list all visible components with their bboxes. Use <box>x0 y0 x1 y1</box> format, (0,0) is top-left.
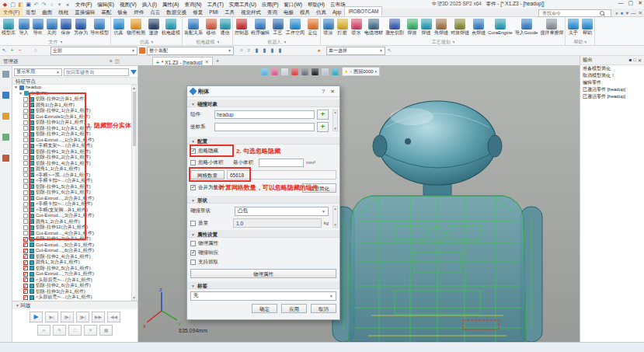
group-launcher-icon[interactable] <box>284 41 286 44</box>
panel-control-icon[interactable]: ◫ <box>115 58 120 64</box>
tree-view-filter-dropdown[interactable]: 显示常用▼ <box>14 68 62 76</box>
ok-button[interactable]: 确定 <box>252 304 277 313</box>
tree-item[interactable]: Cut-Extrude1(合并1_组件) <box>12 114 132 120</box>
ribbon-tab[interactable]: 模具 <box>297 8 313 16</box>
selection-tool-icon[interactable]: ○ <box>33 47 38 54</box>
menu-item[interactable]: 文件(F) <box>73 1 94 9</box>
ribbon-tab[interactable]: 线框 <box>55 8 71 16</box>
tree-item[interactable]: 切除-拉伸2_4(合并1_组件) <box>12 254 132 260</box>
tree-item-checkbox[interactable] <box>23 161 28 166</box>
titlebar-right-icon[interactable]: ● <box>621 9 624 16</box>
tree-item-checkbox[interactable] <box>23 173 28 177</box>
tree-item-checkbox[interactable] <box>23 249 28 253</box>
playback-tool-button[interactable]: ∞ <box>37 325 50 336</box>
tree-item[interactable]: 圆角1_3(合并1_组件) <box>12 260 132 266</box>
titlebar-right-icon[interactable]: ✕ <box>639 9 642 16</box>
refresh-filter-icon[interactable] <box>139 47 145 54</box>
menu-item[interactable]: 属性(A) <box>160 1 182 9</box>
quick-access-icon[interactable]: ▣ <box>25 1 32 8</box>
ribbon-tab[interactable]: iROBOTCAM <box>344 6 382 16</box>
layer-on-bulb-icon[interactable]: ● <box>345 69 348 74</box>
panel-control-icon[interactable]: ≡ <box>110 58 113 64</box>
tree-item-checkbox[interactable] <box>23 138 28 142</box>
viewport-tool-icon[interactable] <box>291 68 298 75</box>
expand-icon[interactable]: ▼ <box>14 85 18 91</box>
tree-item[interactable]: 切除-拉伸2_5(合并1_组件) <box>12 266 132 272</box>
physical-props-checkbox[interactable] <box>190 241 196 246</box>
viewport-tool-icon[interactable] <box>332 68 339 75</box>
ribbon-button[interactable]: 电缆增材 <box>364 18 383 36</box>
tree-item[interactable]: 切除-拉伸2(合并1_组件) <box>12 96 132 103</box>
ribbon-tab[interactable]: 焊件 <box>131 8 147 16</box>
collision-shape-dropdown[interactable]: 凸包▼ <box>235 207 329 216</box>
tree-item-checkbox[interactable] <box>23 196 28 200</box>
tree-item[interactable]: Cut-Extrud..._7(合并1_组件) <box>12 271 132 277</box>
ribbon-button[interactable]: 导出模型 <box>90 18 109 36</box>
tree-item-checkbox[interactable] <box>23 149 28 154</box>
menu-item[interactable]: 窗口(W) <box>282 1 305 9</box>
collision-list-scrollbar[interactable]: ▲▼ <box>332 110 338 131</box>
filter-icon[interactable]: ▮ <box>262 47 267 54</box>
add-component-button[interactable]: + <box>317 110 329 120</box>
tree-item-checkbox[interactable] <box>23 225 28 230</box>
ribbon-tab[interactable]: 数据交换 <box>163 8 190 16</box>
ribbon-tab[interactable]: 文件(F) <box>0 8 23 16</box>
tree-item-checkbox[interactable] <box>23 109 28 113</box>
tree-solids-node[interactable]: ▼ 实体(79) <box>12 91 132 97</box>
dock-icon[interactable] <box>2 113 9 120</box>
ribbon-tab[interactable]: 点云 <box>147 8 163 16</box>
expand-icon[interactable]: ▼ <box>19 91 23 97</box>
tree-item[interactable]: Cut-Extrud..._5(合并1_组件) <box>12 242 132 249</box>
tree-item[interactable]: 切除-拉伸1_2(合并1_组件) <box>12 131 132 138</box>
quick-access-icon[interactable]: ▾ <box>56 1 63 8</box>
command-search-input[interactable] <box>541 10 598 16</box>
section-config[interactable]: ▼配置 <box>187 136 339 145</box>
menu-item[interactable]: 视图(V) <box>117 1 139 9</box>
component-input[interactable] <box>215 111 312 118</box>
quick-access-icon[interactable]: ◂ <box>64 1 71 8</box>
ribbon-tab[interactable]: 工具 <box>221 8 238 16</box>
tree-item[interactable]: 切除-拉伸3(合并1_组件) <box>12 289 132 295</box>
viewport-tool-icon[interactable] <box>271 68 278 75</box>
quick-access-icon[interactable]: ◧ <box>17 1 24 8</box>
tree-search-field[interactable] <box>64 68 129 76</box>
merge-whole-checkbox[interactable] <box>190 185 196 190</box>
ribbon-button[interactable]: 喷涂 <box>322 18 334 36</box>
tree-item-checkbox[interactable] <box>23 207 28 212</box>
tree-item[interactable]: Cut-Extrud..._2(合并1_组件) <box>12 196 132 202</box>
filter-icon[interactable]: ≠ <box>246 47 252 54</box>
ribbon-button[interactable]: 搅拌摩擦焊 <box>540 18 563 36</box>
ribbon-button[interactable]: CuraEngine <box>488 18 513 36</box>
tree-item[interactable]: 切除-拉伸2_1(合并1_组件) <box>12 108 132 114</box>
dock-icon[interactable] <box>2 155 9 162</box>
tree-item[interactable]: <头部后壳>-...(合并1_组件) <box>12 277 132 284</box>
tree-item-checkbox[interactable] <box>23 266 28 270</box>
ribbon-tab[interactable]: 直接编辑 <box>71 8 98 16</box>
ribbon-tab[interactable]: 电极 <box>280 8 297 16</box>
physical-properties-button[interactable]: 物理属性 <box>190 269 336 278</box>
tree-item[interactable]: Cut-Extrud..._3(合并1_组件) <box>12 213 132 219</box>
ribbon-tab[interactable]: 仿真 <box>313 8 329 16</box>
tree-item[interactable]: <手柄>-<黑...(合并1_组件) <box>12 173 132 179</box>
viewport-tool-icon[interactable] <box>322 68 329 75</box>
tree-item-checkbox[interactable] <box>23 179 28 183</box>
dialog-help-button[interactable]: ? <box>320 89 326 94</box>
tree-item-checkbox[interactable] <box>23 289 28 294</box>
viewport-tool-icon[interactable] <box>281 68 288 75</box>
ribbon-button[interactable]: 喷水 <box>350 18 362 36</box>
quick-access-icon[interactable]: ↶ <box>33 1 40 8</box>
filter-icon[interactable]: ▮ <box>277 47 283 54</box>
tree-item[interactable]: Cut-Extrud..._4(合并1_组件) <box>12 231 132 237</box>
tree-item-checkbox[interactable] <box>23 277 28 282</box>
filter-funnel-icon[interactable] <box>131 70 137 75</box>
min-volume-input[interactable] <box>259 159 304 166</box>
playback-button[interactable]: ▶| <box>45 312 58 322</box>
ribbon-button[interactable]: 激光切割 <box>385 18 404 36</box>
dock-icon[interactable] <box>2 92 9 99</box>
filter-icon[interactable]: ▮ <box>270 47 275 54</box>
playback-button[interactable]: (▶) <box>61 312 74 322</box>
viewport-tool-icon[interactable] <box>301 68 308 75</box>
output-header-icon[interactable]: □ <box>633 58 636 63</box>
ribbon-button[interactable]: 点焊缝 <box>472 18 486 36</box>
ribbon-button[interactable]: 程序编辑 <box>251 18 270 36</box>
